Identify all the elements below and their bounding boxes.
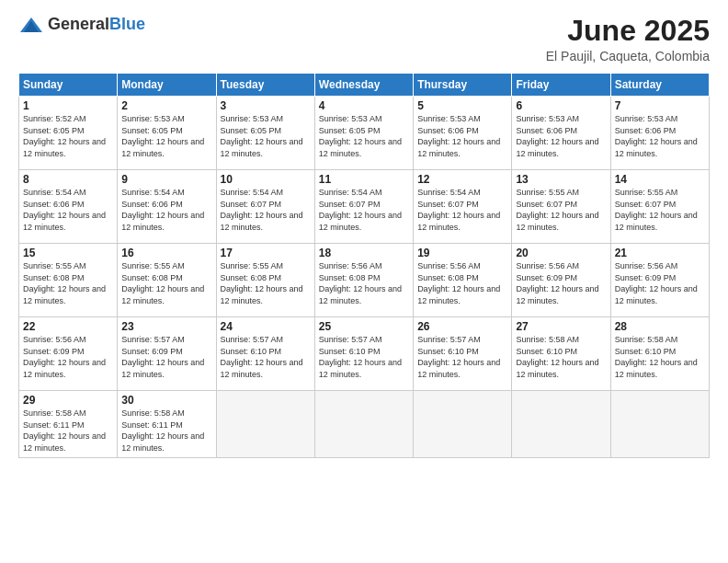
- calendar-cell: 8 Sunrise: 5:54 AMSunset: 6:06 PMDayligh…: [19, 170, 118, 244]
- day-number: 24: [221, 320, 311, 333]
- calendar-cell: [610, 391, 709, 457]
- day-info: Sunrise: 5:56 AMSunset: 6:08 PMDaylight:…: [417, 261, 500, 305]
- day-info: Sunrise: 5:53 AMSunset: 6:06 PMDaylight:…: [417, 114, 500, 158]
- day-info: Sunrise: 5:56 AMSunset: 6:09 PMDaylight:…: [615, 261, 698, 305]
- calendar-cell: [512, 391, 610, 457]
- col-saturday: Saturday: [610, 74, 709, 97]
- logo-general: General: [48, 15, 109, 33]
- col-friday: Friday: [512, 74, 610, 97]
- logo-blue: Blue: [109, 15, 145, 33]
- day-info: Sunrise: 5:53 AMSunset: 6:05 PMDaylight:…: [319, 114, 402, 158]
- day-number: 5: [417, 99, 507, 112]
- day-info: Sunrise: 5:53 AMSunset: 6:06 PMDaylight:…: [516, 114, 598, 158]
- calendar-cell: [314, 391, 413, 457]
- calendar-cell: [414, 391, 512, 457]
- day-number: 17: [221, 247, 311, 259]
- day-info: Sunrise: 5:54 AMSunset: 6:06 PMDaylight:…: [23, 188, 106, 232]
- day-info: Sunrise: 5:54 AMSunset: 6:07 PMDaylight:…: [319, 188, 402, 232]
- day-number: 25: [319, 320, 409, 333]
- calendar-cell: [216, 391, 314, 457]
- day-number: 16: [121, 247, 211, 259]
- day-number: 30: [121, 394, 211, 407]
- day-number: 22: [23, 320, 113, 333]
- day-number: 11: [319, 173, 409, 186]
- calendar-cell: 30 Sunrise: 5:58 AMSunset: 6:11 PMDaylig…: [118, 391, 216, 457]
- calendar-cell: 3 Sunrise: 5:53 AMSunset: 6:05 PMDayligh…: [216, 97, 314, 170]
- calendar-cell: 7 Sunrise: 5:53 AMSunset: 6:06 PMDayligh…: [610, 97, 709, 170]
- location-title: El Paujil, Caqueta, Colombia: [546, 49, 710, 63]
- day-number: 19: [417, 247, 507, 259]
- calendar-cell: 12 Sunrise: 5:54 AMSunset: 6:07 PMDaylig…: [414, 170, 512, 244]
- calendar-cell: 4 Sunrise: 5:53 AMSunset: 6:05 PMDayligh…: [314, 97, 413, 170]
- day-number: 21: [615, 247, 705, 259]
- day-info: Sunrise: 5:54 AMSunset: 6:07 PMDaylight:…: [417, 188, 500, 232]
- calendar-week-row: 8 Sunrise: 5:54 AMSunset: 6:06 PMDayligh…: [19, 170, 710, 244]
- day-number: 2: [121, 99, 211, 112]
- day-info: Sunrise: 5:52 AMSunset: 6:05 PMDaylight:…: [23, 114, 106, 158]
- calendar-week-row: 29 Sunrise: 5:58 AMSunset: 6:11 PMDaylig…: [19, 391, 710, 457]
- day-info: Sunrise: 5:54 AMSunset: 6:06 PMDaylight:…: [121, 188, 204, 232]
- calendar-cell: 6 Sunrise: 5:53 AMSunset: 6:06 PMDayligh…: [512, 97, 610, 170]
- day-number: 20: [516, 247, 606, 259]
- calendar-cell: 25 Sunrise: 5:57 AMSunset: 6:10 PMDaylig…: [314, 317, 413, 391]
- title-block: June 2025 El Paujil, Caqueta, Colombia: [546, 15, 710, 63]
- logo-icon: [18, 16, 44, 34]
- calendar-cell: 20 Sunrise: 5:56 AMSunset: 6:09 PMDaylig…: [512, 244, 610, 317]
- logo: GeneralBlue: [18, 15, 145, 34]
- day-number: 6: [516, 99, 606, 112]
- day-info: Sunrise: 5:56 AMSunset: 6:09 PMDaylight:…: [516, 261, 598, 305]
- month-title: June 2025: [546, 15, 710, 47]
- day-info: Sunrise: 5:57 AMSunset: 6:10 PMDaylight:…: [221, 335, 303, 379]
- day-number: 10: [221, 173, 311, 186]
- calendar-cell: 18 Sunrise: 5:56 AMSunset: 6:08 PMDaylig…: [314, 244, 413, 317]
- page: GeneralBlue June 2025 El Paujil, Caqueta…: [0, 0, 728, 563]
- calendar-cell: 29 Sunrise: 5:58 AMSunset: 6:11 PMDaylig…: [19, 391, 118, 457]
- col-sunday: Sunday: [19, 74, 118, 97]
- calendar-cell: 27 Sunrise: 5:58 AMSunset: 6:10 PMDaylig…: [512, 317, 610, 391]
- col-wednesday: Wednesday: [314, 74, 413, 97]
- calendar-table: Sunday Monday Tuesday Wednesday Thursday…: [18, 73, 710, 457]
- day-info: Sunrise: 5:53 AMSunset: 6:05 PMDaylight:…: [221, 114, 303, 158]
- col-thursday: Thursday: [414, 74, 512, 97]
- calendar-week-row: 22 Sunrise: 5:56 AMSunset: 6:09 PMDaylig…: [19, 317, 710, 391]
- calendar-week-row: 1 Sunrise: 5:52 AMSunset: 6:05 PMDayligh…: [19, 97, 710, 170]
- day-info: Sunrise: 5:55 AMSunset: 6:08 PMDaylight:…: [221, 261, 303, 305]
- col-monday: Monday: [118, 74, 216, 97]
- calendar-week-row: 15 Sunrise: 5:55 AMSunset: 6:08 PMDaylig…: [19, 244, 710, 317]
- calendar-cell: 9 Sunrise: 5:54 AMSunset: 6:06 PMDayligh…: [118, 170, 216, 244]
- header: GeneralBlue June 2025 El Paujil, Caqueta…: [18, 15, 710, 63]
- day-number: 23: [121, 320, 211, 333]
- day-info: Sunrise: 5:53 AMSunset: 6:06 PMDaylight:…: [615, 114, 698, 158]
- calendar-cell: 24 Sunrise: 5:57 AMSunset: 6:10 PMDaylig…: [216, 317, 314, 391]
- day-number: 26: [417, 320, 507, 333]
- day-info: Sunrise: 5:55 AMSunset: 6:08 PMDaylight:…: [23, 261, 106, 305]
- day-number: 13: [516, 173, 606, 186]
- day-info: Sunrise: 5:53 AMSunset: 6:05 PMDaylight:…: [121, 114, 204, 158]
- day-number: 3: [221, 99, 311, 112]
- calendar-cell: 14 Sunrise: 5:55 AMSunset: 6:07 PMDaylig…: [610, 170, 709, 244]
- calendar-cell: 23 Sunrise: 5:57 AMSunset: 6:09 PMDaylig…: [118, 317, 216, 391]
- day-number: 1: [23, 99, 113, 112]
- day-info: Sunrise: 5:56 AMSunset: 6:09 PMDaylight:…: [23, 335, 106, 379]
- day-number: 9: [121, 173, 211, 186]
- day-info: Sunrise: 5:55 AMSunset: 6:07 PMDaylight:…: [615, 188, 698, 232]
- day-info: Sunrise: 5:57 AMSunset: 6:10 PMDaylight:…: [319, 335, 402, 379]
- calendar-cell: 21 Sunrise: 5:56 AMSunset: 6:09 PMDaylig…: [610, 244, 709, 317]
- calendar-cell: 28 Sunrise: 5:58 AMSunset: 6:10 PMDaylig…: [610, 317, 709, 391]
- day-info: Sunrise: 5:55 AMSunset: 6:07 PMDaylight:…: [516, 188, 598, 232]
- calendar-cell: 17 Sunrise: 5:55 AMSunset: 6:08 PMDaylig…: [216, 244, 314, 317]
- day-number: 4: [319, 99, 409, 112]
- day-number: 18: [319, 247, 409, 259]
- calendar-cell: 19 Sunrise: 5:56 AMSunset: 6:08 PMDaylig…: [414, 244, 512, 317]
- day-info: Sunrise: 5:58 AMSunset: 6:10 PMDaylight:…: [615, 335, 698, 379]
- day-number: 12: [417, 173, 507, 186]
- calendar-header-row: Sunday Monday Tuesday Wednesday Thursday…: [19, 74, 710, 97]
- day-info: Sunrise: 5:57 AMSunset: 6:09 PMDaylight:…: [121, 335, 204, 379]
- day-info: Sunrise: 5:57 AMSunset: 6:10 PMDaylight:…: [417, 335, 500, 379]
- calendar-cell: 15 Sunrise: 5:55 AMSunset: 6:08 PMDaylig…: [19, 244, 118, 317]
- day-info: Sunrise: 5:58 AMSunset: 6:10 PMDaylight:…: [516, 335, 598, 379]
- day-number: 7: [615, 99, 705, 112]
- day-info: Sunrise: 5:58 AMSunset: 6:11 PMDaylight:…: [23, 408, 106, 453]
- day-info: Sunrise: 5:56 AMSunset: 6:08 PMDaylight:…: [319, 261, 402, 305]
- calendar-cell: 10 Sunrise: 5:54 AMSunset: 6:07 PMDaylig…: [216, 170, 314, 244]
